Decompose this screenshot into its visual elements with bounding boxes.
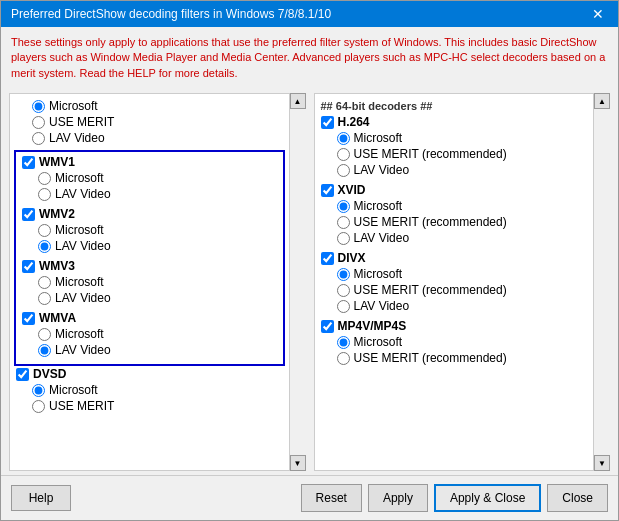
xvid-usemerit-radio[interactable] xyxy=(337,216,350,229)
dvsd-checkbox[interactable] xyxy=(16,368,29,381)
description-text: These settings only apply to application… xyxy=(1,27,618,89)
right-scroll-down-button[interactable]: ▼ xyxy=(594,455,610,471)
wmv1-lav-label[interactable]: LAV Video xyxy=(38,187,111,201)
divx-checkbox[interactable] xyxy=(321,252,334,265)
wmv3-microsoft-label[interactable]: Microsoft xyxy=(38,275,104,289)
wmv3-lav-label[interactable]: LAV Video xyxy=(38,291,111,305)
wmv2-group: WMV2 Microsoft xyxy=(18,206,281,254)
lav-radio-top[interactable] xyxy=(32,132,45,145)
wmv2-lav-label[interactable]: LAV Video xyxy=(38,239,111,253)
mp4v-microsoft-label[interactable]: Microsoft xyxy=(337,335,403,349)
use-merit-radio-text: USE MERIT xyxy=(49,115,114,129)
dvsd-checkbox-label[interactable]: DVSD xyxy=(16,367,66,381)
h264-usemerit-label[interactable]: USE MERIT (recommended) xyxy=(337,147,507,161)
h264-usemerit-text: USE MERIT (recommended) xyxy=(354,147,507,161)
divx-microsoft-label[interactable]: Microsoft xyxy=(337,267,403,281)
microsoft-radio[interactable] xyxy=(32,100,45,113)
wmv2-checkbox-label[interactable]: WMV2 xyxy=(22,207,75,221)
h264-usemerit-radio[interactable] xyxy=(337,148,350,161)
xvid-microsoft-radio[interactable] xyxy=(337,200,350,213)
dialog: Preferred DirectShow decoding filters in… xyxy=(0,0,619,521)
wmv1-microsoft-text: Microsoft xyxy=(55,171,104,185)
dvsd-usemerit-label[interactable]: USE MERIT xyxy=(32,399,114,413)
h264-lav-label[interactable]: LAV Video xyxy=(337,163,410,177)
apply-close-button[interactable]: Apply & Close xyxy=(434,484,541,512)
divx-usemerit-radio[interactable] xyxy=(337,284,350,297)
divx-checkbox-label[interactable]: DIVX xyxy=(321,251,366,265)
divx-lav-label[interactable]: LAV Video xyxy=(337,299,410,313)
wmv3-header: WMV3 xyxy=(18,258,281,274)
mp4v-usemerit-option: USE MERIT (recommended) xyxy=(317,350,592,366)
wmva-group: WMVA Microsoft xyxy=(18,310,281,358)
help-button[interactable]: Help xyxy=(11,485,71,511)
right-scroll-up-button[interactable]: ▲ xyxy=(594,93,610,109)
xvid-checkbox-label[interactable]: XVID xyxy=(321,183,366,197)
wmv1-checkbox[interactable] xyxy=(22,156,35,169)
wmv2-checkbox[interactable] xyxy=(22,208,35,221)
divx-microsoft-radio[interactable] xyxy=(337,268,350,281)
xvid-microsoft-label[interactable]: Microsoft xyxy=(337,199,403,213)
wmv2-lav-text: LAV Video xyxy=(55,239,111,253)
right-scroll-arrows: ▲ ▼ xyxy=(594,93,610,471)
wmv2-lav-radio[interactable] xyxy=(38,240,51,253)
wmv3-lav-radio[interactable] xyxy=(38,292,51,305)
microsoft-radio-text: Microsoft xyxy=(49,99,98,113)
close-button[interactable]: Close xyxy=(547,484,608,512)
wmva-microsoft-label[interactable]: Microsoft xyxy=(38,327,104,341)
wmv2-microsoft-label[interactable]: Microsoft xyxy=(38,223,104,237)
microsoft-radio-label[interactable]: Microsoft xyxy=(32,99,98,113)
divx-lav-radio[interactable] xyxy=(337,300,350,313)
dvsd-microsoft-radio[interactable] xyxy=(32,384,45,397)
h264-lav-radio[interactable] xyxy=(337,164,350,177)
wmv3-lav-text: LAV Video xyxy=(55,291,111,305)
use-merit-radio-label[interactable]: USE MERIT xyxy=(32,115,114,129)
wmv1-microsoft-radio[interactable] xyxy=(38,172,51,185)
h264-lav-text: LAV Video xyxy=(354,163,410,177)
wmv3-checkbox-label[interactable]: WMV3 xyxy=(22,259,75,273)
wmv1-lav-radio[interactable] xyxy=(38,188,51,201)
xvid-usemerit-option: USE MERIT (recommended) xyxy=(317,214,592,230)
footer-right: Reset Apply Apply & Close Close xyxy=(301,484,608,512)
mp4v-usemerit-radio[interactable] xyxy=(337,352,350,365)
dvsd-microsoft-text: Microsoft xyxy=(49,383,98,397)
xvid-lav-radio[interactable] xyxy=(337,232,350,245)
mp4v-microsoft-radio[interactable] xyxy=(337,336,350,349)
wmv3-microsoft-radio[interactable] xyxy=(38,276,51,289)
option-lav-top: LAV Video xyxy=(12,130,287,146)
wmv2-microsoft-radio[interactable] xyxy=(38,224,51,237)
left-scroll-up-button[interactable]: ▲ xyxy=(290,93,306,109)
mp4v-checkbox-label[interactable]: MP4V/MP4S xyxy=(321,319,407,333)
dvsd-microsoft-option: Microsoft xyxy=(12,382,287,398)
xvid-lav-label[interactable]: LAV Video xyxy=(337,231,410,245)
right-scroll-panel[interactable]: ## 64-bit decoders ## H.264 xyxy=(314,93,595,471)
mp4v-checkbox[interactable] xyxy=(321,320,334,333)
wmva-microsoft-option: Microsoft xyxy=(18,326,281,342)
wmva-lav-radio[interactable] xyxy=(38,344,51,357)
xvid-checkbox[interactable] xyxy=(321,184,334,197)
h264-checkbox[interactable] xyxy=(321,116,334,129)
wmva-checkbox-label[interactable]: WMVA xyxy=(22,311,76,325)
dvsd-microsoft-label[interactable]: Microsoft xyxy=(32,383,98,397)
h264-microsoft-label[interactable]: Microsoft xyxy=(337,131,403,145)
wmv3-checkbox[interactable] xyxy=(22,260,35,273)
divx-usemerit-label[interactable]: USE MERIT (recommended) xyxy=(337,283,507,297)
left-scroll-panel[interactable]: Microsoft USE MERIT LA xyxy=(9,93,290,471)
left-scroll-down-button[interactable]: ▼ xyxy=(290,455,306,471)
h264-microsoft-radio[interactable] xyxy=(337,132,350,145)
reset-button[interactable]: Reset xyxy=(301,484,362,512)
use-merit-radio[interactable] xyxy=(32,116,45,129)
window-close-button[interactable]: ✕ xyxy=(588,7,608,21)
wmva-header: WMVA xyxy=(18,310,281,326)
lav-radio-label-top[interactable]: LAV Video xyxy=(32,131,105,145)
apply-button[interactable]: Apply xyxy=(368,484,428,512)
dvsd-label: DVSD xyxy=(33,367,66,381)
dvsd-usemerit-radio[interactable] xyxy=(32,400,45,413)
h264-checkbox-label[interactable]: H.264 xyxy=(321,115,370,129)
mp4v-usemerit-label[interactable]: USE MERIT (recommended) xyxy=(337,351,507,365)
wmva-lav-label[interactable]: LAV Video xyxy=(38,343,111,357)
wmva-microsoft-radio[interactable] xyxy=(38,328,51,341)
wmv1-microsoft-label[interactable]: Microsoft xyxy=(38,171,104,185)
xvid-usemerit-label[interactable]: USE MERIT (recommended) xyxy=(337,215,507,229)
wmv1-checkbox-label[interactable]: WMV1 xyxy=(22,155,75,169)
wmva-checkbox[interactable] xyxy=(22,312,35,325)
